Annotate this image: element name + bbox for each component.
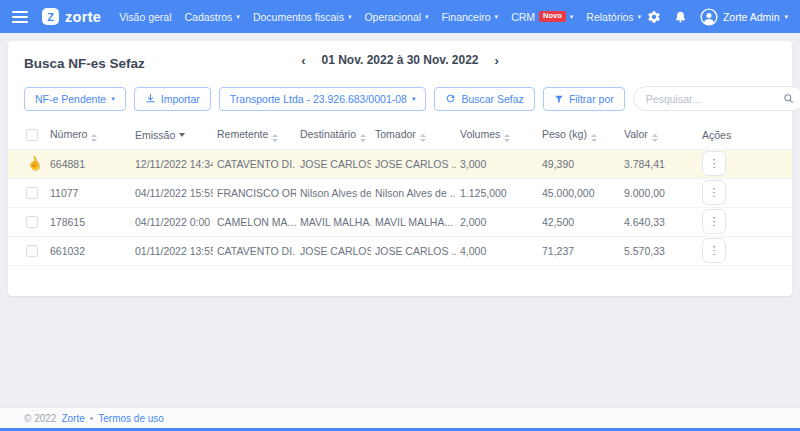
filter-by-button[interactable]: Filtrar por xyxy=(543,87,625,111)
cell-peso-kg: 42,500 xyxy=(538,207,620,236)
cell-acoes: ⋮ xyxy=(698,149,792,178)
sort-icon xyxy=(652,134,658,142)
chevron-down-icon: ▾ xyxy=(412,95,416,103)
row-actions-kebab-button[interactable]: ⋮ xyxy=(702,238,726,263)
table-row[interactable]: 1107704/11/2022 15:59FRANCISCO OR...Nils… xyxy=(8,178,792,207)
row-checkbox[interactable] xyxy=(26,187,38,199)
table-row[interactable]: 17861504/11/2022 0:00CAMELON MA...MAVIL … xyxy=(8,207,792,236)
new-badge: Novo xyxy=(539,11,566,22)
prev-period-button[interactable]: ‹ xyxy=(299,54,307,67)
footer-separator: • xyxy=(90,413,94,424)
cell-volumes: 4,000 xyxy=(456,236,538,265)
toolbar: NF-e Pendente ▾ Importar Transporte Ltda… xyxy=(8,77,792,121)
row-actions-kebab-button[interactable]: ⋮ xyxy=(702,209,726,234)
nav-item-cadastros[interactable]: Cadastros▾ xyxy=(185,11,240,23)
status-filter-dropdown[interactable]: NF-e Pendente ▾ xyxy=(24,87,126,111)
column-header-peso-kg[interactable]: Peso (kg) xyxy=(538,121,620,149)
cell-valor: 3.784,41 xyxy=(620,149,698,178)
nfe-search-card: Busca NF-es Sefaz ‹ 01 Nov. 2022 à 30 No… xyxy=(8,41,792,296)
filter-icon xyxy=(554,94,564,104)
search-icon[interactable] xyxy=(783,93,794,104)
nav-item-visao-geral[interactable]: Visão geral xyxy=(119,11,171,23)
column-header-acoes: Ações xyxy=(698,121,792,149)
cell-peso-kg: 49,390 xyxy=(538,149,620,178)
user-name: Zorte Admin xyxy=(723,11,780,23)
chevron-down-icon: ▾ xyxy=(784,13,788,21)
row-select-cell: ☝ xyxy=(8,149,46,178)
cell-remetente: CATAVENTO DI... xyxy=(213,149,296,178)
cell-volumes: 3,000 xyxy=(456,149,538,178)
notifications-bell-icon[interactable] xyxy=(674,10,687,24)
cell-volumes: 1.125,000 xyxy=(456,178,538,207)
cell-acoes: ⋮ xyxy=(698,236,792,265)
cell-volumes: 2,000 xyxy=(456,207,538,236)
page-title: Busca NF-es Sefaz xyxy=(24,56,145,71)
row-checkbox[interactable] xyxy=(26,216,38,228)
nav-item-documentos-fiscais[interactable]: Documentos fiscais▾ xyxy=(253,11,352,23)
cell-numero: 178615 xyxy=(46,207,131,236)
cell-destinatario: MAVIL MALHA... xyxy=(296,207,371,236)
nav-item-crm[interactable]: CRMNovo▾ xyxy=(511,11,573,23)
sort-icon xyxy=(272,134,278,142)
row-select-cell xyxy=(8,207,46,236)
brand-logo-icon: Z xyxy=(42,8,59,25)
row-actions-kebab-button[interactable]: ⋮ xyxy=(702,151,726,176)
date-range-navigator: ‹ 01 Nov. 2022 à 30 Nov. 2022 › xyxy=(299,53,501,67)
row-checkbox[interactable] xyxy=(26,245,38,257)
chevron-down-icon: ▾ xyxy=(638,13,642,21)
cell-tomador: JOSE CARLOS ... xyxy=(371,149,456,178)
menu-toggle-icon[interactable] xyxy=(12,11,28,23)
cell-remetente: FRANCISCO OR... xyxy=(213,178,296,207)
search-input[interactable] xyxy=(644,92,783,106)
cell-valor: 9.000,00 xyxy=(620,178,698,207)
cell-peso-kg: 45.000,000 xyxy=(538,178,620,207)
cell-remetente: CATAVENTO DI... xyxy=(213,236,296,265)
cell-emissao: 04/11/2022 15:59 xyxy=(131,178,213,207)
column-header-valor[interactable]: Valor xyxy=(620,121,698,149)
user-menu[interactable]: Zorte Admin ▾ xyxy=(700,8,788,26)
nav-item-relatorios[interactable]: Relatórios▾ xyxy=(586,11,641,23)
select-all-checkbox[interactable] xyxy=(26,129,38,141)
import-button[interactable]: Importar xyxy=(134,87,211,111)
chevron-down-icon: ▾ xyxy=(236,13,240,21)
column-header-numero[interactable]: Número xyxy=(46,121,131,149)
row-actions-kebab-button[interactable]: ⋮ xyxy=(702,180,726,205)
cell-numero: 664881 xyxy=(46,149,131,178)
search-box xyxy=(633,86,800,111)
table-row[interactable]: 66103201/11/2022 13:55CATAVENTO DI...JOS… xyxy=(8,236,792,265)
footer: © 2022 Zorte • Termos de uso xyxy=(0,407,800,428)
brand-name: zorte xyxy=(65,9,101,25)
table-row[interactable]: ☝66488112/11/2022 14:34CATAVENTO DI...JO… xyxy=(8,149,792,178)
avatar-icon xyxy=(700,8,718,26)
footer-terms-link[interactable]: Termos de uso xyxy=(98,413,164,424)
search-sefaz-button[interactable]: Buscar Sefaz xyxy=(434,87,534,111)
next-period-button[interactable]: › xyxy=(493,54,501,67)
cell-acoes: ⋮ xyxy=(698,178,792,207)
column-header-volumes[interactable]: Volumes xyxy=(456,121,538,149)
column-header-tomador[interactable]: Tomador xyxy=(371,121,456,149)
nav-items: Visão geralCadastros▾Documentos fiscais▾… xyxy=(119,11,641,23)
footer-brand-link[interactable]: Zorte xyxy=(61,413,84,424)
chevron-down-icon: ▾ xyxy=(570,13,574,21)
chevron-down-icon: ▾ xyxy=(111,95,115,103)
nav-item-financeiro[interactable]: Financeiro▾ xyxy=(442,11,499,23)
column-header-remetente[interactable]: Remetente xyxy=(213,121,296,149)
nav-right-actions: Zorte Admin ▾ xyxy=(647,8,788,26)
settings-gear-icon[interactable] xyxy=(647,10,661,24)
cell-emissao: 12/11/2022 14:34 xyxy=(131,149,213,178)
cell-destinatario: JOSE CARLOS ... xyxy=(296,149,371,178)
date-range-label: 01 Nov. 2022 à 30 Nov. 2022 xyxy=(322,53,479,67)
company-selector-dropdown[interactable]: Transporte Ltda - 23.926.683/0001-08 ▾ xyxy=(219,87,427,111)
column-header-emissao[interactable]: Emissão xyxy=(131,121,213,149)
refresh-icon xyxy=(445,93,456,104)
table-header-row: NúmeroEmissãoRemetenteDestinatárioTomado… xyxy=(8,121,792,149)
nav-item-operacional[interactable]: Operacional▾ xyxy=(364,11,428,23)
sort-icon xyxy=(504,134,510,142)
sort-icon xyxy=(360,134,366,142)
copyright-text: © 2022 xyxy=(24,413,56,424)
chevron-down-icon: ▾ xyxy=(495,13,499,21)
column-header-destinatario[interactable]: Destinatário xyxy=(296,121,371,149)
brand-logo[interactable]: Z zorte xyxy=(42,8,101,25)
card-header: Busca NF-es Sefaz ‹ 01 Nov. 2022 à 30 No… xyxy=(8,41,792,77)
download-icon xyxy=(145,93,156,104)
